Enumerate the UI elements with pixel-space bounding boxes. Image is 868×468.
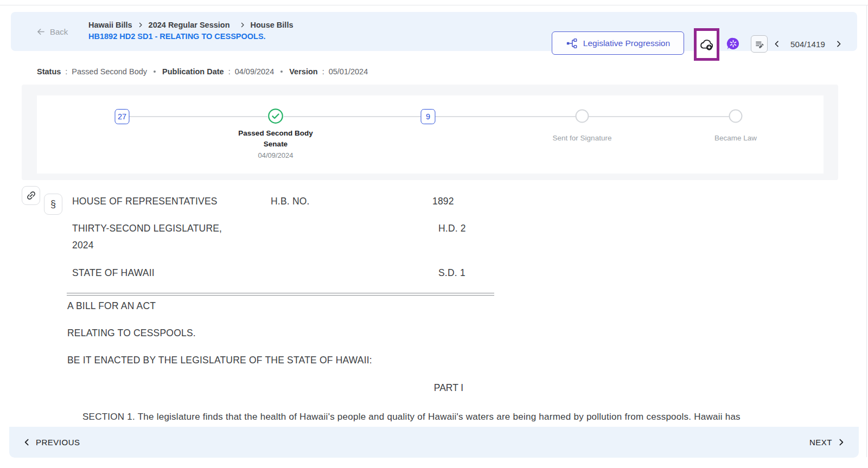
timeline-step-done-label: Passed Second Body Senate 04/09/2024 [213, 128, 338, 161]
breadcrumb-item-house-bills[interactable]: House Bills [251, 21, 293, 29]
ai-assistant-button[interactable] [726, 36, 741, 51]
colon: : [228, 67, 231, 76]
bill-number-value: 1892 [432, 196, 454, 207]
status-value: Passed Second Body [72, 67, 147, 76]
timeline-step-title: Passed Second Body [213, 128, 338, 139]
breadcrumb-item-session[interactable]: 2024 Regular Session [149, 21, 230, 29]
back-label: Back [50, 27, 68, 36]
timeline-step-pending-label: Sent for Signature [520, 134, 644, 142]
senate-draft-value: S.D. 1 [438, 267, 465, 279]
timeline-step-count-badge[interactable]: 27 [115, 109, 130, 124]
publication-date-label: Publication Date [162, 67, 224, 76]
chevron-right-icon [239, 22, 246, 28]
chevron-right-icon [137, 22, 144, 28]
dot-separator [154, 70, 156, 73]
bill-heading: A BILL FOR AN ACT [67, 300, 156, 312]
annotation-highlight-box [694, 28, 719, 61]
bill-subject: RELATING TO CESSPOOLS. [67, 328, 196, 339]
document-pager: 504/1419 [769, 35, 846, 53]
section-1-text: SECTION 1. The legislature finds that th… [67, 410, 831, 424]
timeline-step-subtitle: Senate [213, 139, 338, 150]
copy-link-button[interactable] [22, 186, 40, 205]
previous-label: PREVIOUS [36, 438, 80, 447]
legislature-line1: THIRTY-SECOND LEGISLATURE, [72, 223, 222, 234]
status-label: Status [37, 67, 61, 76]
dot-separator [280, 70, 283, 73]
section-symbol-icon: § [50, 198, 56, 210]
version-value: 05/01/2024 [329, 67, 368, 76]
section-symbol-button[interactable]: § [44, 194, 62, 215]
hierarchy-tree-icon [566, 37, 578, 49]
state-text: STATE OF HAWAII [72, 267, 155, 279]
status-bar: Status: Passed Second Body Publication D… [37, 67, 368, 76]
bill-title-link[interactable]: HB1892 HD2 SD1 - RELATING TO CESSPOOLS. [88, 32, 293, 41]
document-header-divider [67, 293, 494, 296]
cloud-download-button[interactable] [699, 36, 715, 53]
chamber-text: HOUSE OF REPRESENTATIVES [72, 196, 218, 207]
bill-number-label: H.B. NO. [271, 196, 310, 207]
arrow-left-icon [36, 27, 46, 37]
publication-date-value: 04/09/2024 [235, 67, 275, 76]
previous-bill-button[interactable]: PREVIOUS [22, 438, 80, 447]
breadcrumb-item-hawaii-bills[interactable]: Hawaii Bills [88, 21, 132, 29]
bill-viewer-page: Back Hawaii Bills 2024 Regular Session H… [0, 0, 868, 468]
timeline-step-pending-label: Became Law [673, 134, 798, 142]
previous-document-button[interactable] [769, 35, 784, 53]
next-label: NEXT [809, 438, 832, 447]
page-top-divider [0, 5, 868, 5]
enacting-clause: BE IT ENACTED BY THE LEGISLATURE OF THE … [67, 355, 372, 366]
timeline-step-pending-circle [576, 110, 589, 123]
version-label: Version [289, 67, 317, 76]
footer-pagination-bar: PREVIOUS NEXT [9, 427, 859, 458]
next-bill-button[interactable]: NEXT [809, 438, 846, 447]
breadcrumb: Hawaii Bills 2024 Regular Session House … [88, 19, 293, 41]
back-button[interactable]: Back [31, 12, 72, 51]
colon: : [65, 67, 67, 76]
cloud-download-icon [699, 36, 715, 53]
page-indicator: 504/1419 [787, 40, 829, 49]
house-draft-value: H.D. 2 [438, 223, 466, 234]
chevron-left-icon [22, 438, 31, 447]
part-heading: PART I [67, 382, 830, 394]
next-document-button[interactable] [831, 35, 846, 53]
page-right-divider [866, 5, 867, 457]
ai-chat-bubble-icon [726, 36, 741, 51]
timeline-step-done-check-icon [267, 108, 284, 124]
notes-button[interactable] [751, 35, 768, 53]
legislative-progression-label: Legislative Progression [583, 39, 670, 48]
legislature-line2: 2024 [72, 240, 94, 251]
edit-note-icon [754, 39, 765, 49]
timeline-step-date: 04/09/2024 [213, 150, 338, 161]
timeline-step-count-badge[interactable]: 9 [421, 109, 436, 124]
chevron-right-icon [837, 438, 846, 447]
header-bar: Back Hawaii Bills 2024 Regular Session H… [11, 12, 857, 51]
legislative-progression-button[interactable]: Legislative Progression [552, 31, 684, 55]
link-icon [25, 190, 37, 201]
timeline-step-pending-circle [729, 110, 743, 123]
colon: : [322, 67, 324, 76]
